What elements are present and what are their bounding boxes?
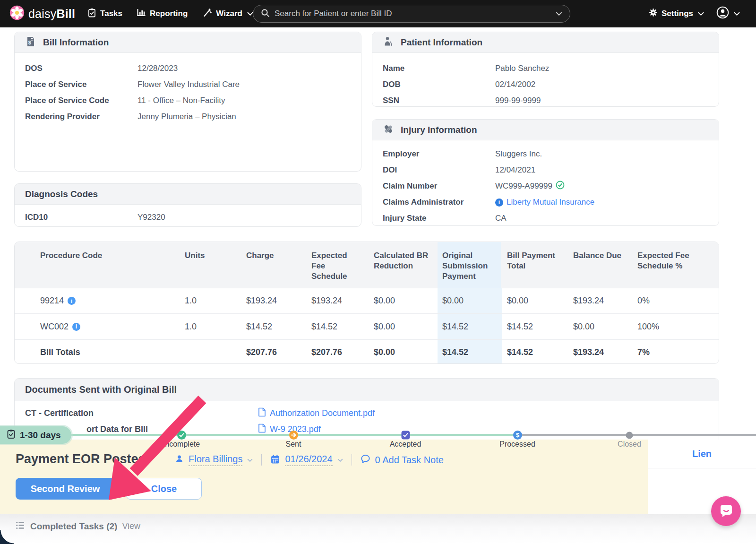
- document-link-row: Authorization Document.pdf: [258, 406, 375, 420]
- bar-chart-icon: [137, 8, 146, 19]
- completed-tasks-section: Completed Tasks (2) View: [0, 514, 756, 544]
- assignee-person-icon: [175, 455, 184, 465]
- patient-information-body: NamePablo Sanchez DOB02/14/2002 SSN999-9…: [372, 53, 719, 107]
- bill-info-row: Place of Service Code11 - Office – Non-F…: [15, 93, 361, 109]
- nav-reporting-label: Reporting: [150, 9, 188, 18]
- documents-header: Documents Sent with Original Bill: [15, 379, 719, 401]
- col-charge: Charge: [246, 242, 311, 288]
- col-expected-fee-schedule-pct: Expected Fee Schedule %: [637, 242, 719, 288]
- search-icon: [261, 9, 270, 19]
- add-task-note-link[interactable]: 0 Add Task Note: [375, 455, 444, 466]
- search-input[interactable]: Search for Patient or enter Bill ID: [253, 5, 570, 23]
- injury-information-body: EmployerSluggers Inc. DOI12/04/2021 Clai…: [372, 140, 719, 226]
- second-review-button[interactable]: Second Review: [16, 478, 115, 500]
- bill-information-body: DOS12/28/2023 Place of ServiceFlower Val…: [15, 53, 361, 125]
- timeline-incomplete-check-icon: [177, 430, 187, 440]
- chat-widget-button[interactable]: [711, 496, 741, 526]
- diagnosis-codes-card: Diagnosis Codes ICD10Y92320: [14, 183, 361, 227]
- account-menu[interactable]: [716, 6, 740, 21]
- chevron-down-icon[interactable]: [247, 456, 253, 464]
- injury-info-row: Claims Administrator Liberty Mutual Insu…: [372, 194, 719, 210]
- injury-information-card: Injury Information EmployerSluggers Inc.…: [372, 119, 719, 226]
- patient-info-row: DOB02/14/2002: [372, 77, 719, 93]
- col-expected-fee-schedule: Expected Fee Schedule: [311, 242, 374, 288]
- col-procedure-code: Procedure Code: [15, 242, 185, 288]
- diagnosis-codes-title: Diagnosis Codes: [25, 189, 98, 199]
- procedure-table-header: Procedure Code Units Charge Expected Fee…: [15, 242, 719, 288]
- claim-number-value: WC999-A99999: [495, 181, 552, 191]
- procedure-table-card: Procedure Code Units Charge Expected Fee…: [14, 242, 719, 364]
- magic-wand-icon: [203, 8, 212, 20]
- lien-panel: Lien: [648, 440, 756, 514]
- list-icon: [16, 521, 26, 532]
- chevron-down-icon: [698, 9, 704, 18]
- bill-age-badge: 1-30 days: [0, 426, 71, 444]
- nav-wizard-label: Wizard: [216, 9, 242, 18]
- chevron-down-icon[interactable]: [337, 456, 343, 464]
- pdf-file-icon: [258, 407, 266, 419]
- svg-text:$: $: [516, 432, 520, 439]
- timeline-progress-line: [0, 434, 517, 436]
- nav-wizard[interactable]: Wizard: [203, 8, 253, 20]
- col-bill-payment-total: Bill Payment Total: [507, 242, 573, 288]
- navbar: daisyBill Tasks: [0, 0, 756, 27]
- bill-totals-row: Bill Totals $207.76 $207.76 $0.00 $14.52…: [15, 339, 719, 364]
- col-original-submission-payment: Original Submission Payment: [438, 242, 501, 288]
- timeline-sent-arrow-icon: [289, 430, 299, 440]
- diagnosis-codes-header: Diagnosis Codes: [15, 184, 361, 205]
- timeline-accepted-checkbox-icon: [401, 430, 411, 440]
- injury-information-title: Injury Information: [401, 125, 477, 135]
- injury-info-row: Injury StateCA: [372, 210, 719, 226]
- info-icon[interactable]: [68, 297, 76, 305]
- nav-reporting[interactable]: Reporting: [137, 8, 188, 19]
- daisybill-flower-logo-icon: [9, 5, 25, 22]
- verified-check-icon: [556, 181, 565, 192]
- speech-bubble-icon: [361, 454, 370, 466]
- table-row: 99214 1.0 $193.24 $193.24 $0.00 $0.00 $0…: [15, 288, 719, 313]
- nav-tasks[interactable]: Tasks: [87, 8, 122, 20]
- claims-administrator-link[interactable]: Liberty Mutual Insurance: [495, 198, 594, 207]
- nav-settings[interactable]: Settings: [649, 8, 704, 19]
- patient-person-icon: [383, 36, 394, 49]
- injury-info-row: EmployerSluggers Inc.: [372, 146, 719, 162]
- bill-information-card: $ Bill Information DOS12/28/2023 Place o…: [14, 32, 361, 172]
- brand-text: daisyBill: [28, 7, 75, 21]
- gear-icon: [649, 8, 658, 19]
- timeline-step-label: Closed: [592, 440, 667, 449]
- nav-settings-label: Settings: [662, 9, 693, 18]
- close-button[interactable]: Close: [126, 478, 202, 500]
- app: daisyBill Tasks: [0, 0, 756, 544]
- bill-info-row: Rendering ProviderJenny Plumeria – Physi…: [15, 109, 361, 125]
- info-icon: [495, 199, 503, 207]
- timeline-remaining-line: [517, 434, 756, 436]
- documents-title: Documents Sent with Original Bill: [25, 384, 177, 395]
- diagnosis-codes-body: ICD10Y92320: [15, 205, 361, 225]
- col-units: Units: [185, 242, 246, 288]
- patient-information-header: Patient Information: [372, 32, 719, 53]
- document-row: CT - Certification: [25, 406, 94, 420]
- nav-tasks-label: Tasks: [100, 9, 122, 18]
- injury-information-header: Injury Information: [372, 120, 719, 140]
- view-completed-tasks-link[interactable]: View: [122, 521, 140, 531]
- user-circle-icon: [716, 6, 729, 21]
- brand-home-link[interactable]: daisyBill: [9, 5, 75, 22]
- injury-info-row: Claim Number WC999-A99999: [372, 178, 719, 194]
- chevron-down-icon: [247, 9, 253, 18]
- patient-info-row: NamePablo Sanchez: [372, 60, 719, 77]
- patient-information-card: Patient Information NamePablo Sanchez DO…: [372, 32, 719, 107]
- info-icon[interactable]: [72, 323, 80, 331]
- timeline-processed-dollar-icon: $: [513, 430, 523, 440]
- procedure-code: 99214: [40, 296, 64, 306]
- assignee-link[interactable]: Flora Billings: [189, 454, 242, 466]
- bill-info-row: Place of ServiceFlower Valley Industrial…: [15, 77, 361, 93]
- document-link[interactable]: Authorization Document.pdf: [258, 407, 375, 419]
- col-balance-due: Balance Due: [573, 242, 637, 288]
- bill-information-header: $ Bill Information: [15, 32, 361, 53]
- chat-bubble-icon: [718, 502, 734, 520]
- divider: [352, 454, 352, 466]
- due-date-link[interactable]: 01/26/2024: [285, 454, 332, 466]
- navbar-right: Settings: [649, 0, 740, 27]
- completed-tasks-label: Completed Tasks (2): [30, 521, 117, 532]
- search-dropdown-chevron-icon[interactable]: [556, 9, 562, 18]
- bandage-icon: [383, 123, 394, 137]
